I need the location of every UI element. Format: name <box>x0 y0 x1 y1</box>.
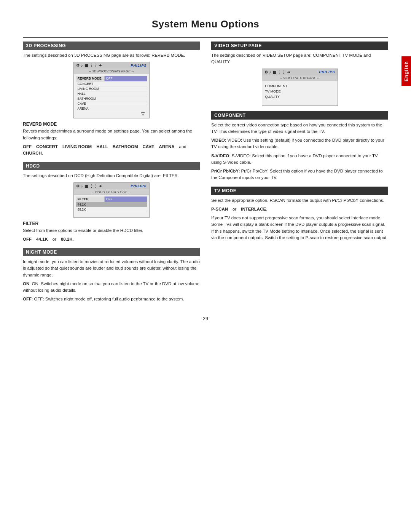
music-icon: ♪ <box>81 184 83 188</box>
filter-label: FILTER <box>76 197 105 202</box>
tv-mode-header: TV MODE <box>211 187 388 195</box>
scroll-arrow: ▽ <box>76 111 147 117</box>
3d-processing-screen: ⚙ ♪ ▦ ⋮⋮ ➜ PHILIPS -- 3D PROCESSING PAGE… <box>73 62 150 118</box>
video-setup-screen: ⚙ ♪ ▦ ⋮⋮ ➜ PHILIPS -- VIDEO SETUP PAGE -… <box>262 69 338 106</box>
hdcd-screen-title: -- HDCD SETUP PAGE -- <box>74 189 149 195</box>
video-philips-logo: PHILIPS <box>319 70 335 74</box>
reverb-mode-body: Reverb mode determines a surround mode o… <box>23 128 200 141</box>
video-setup-body: The settings described on VIDEO SETUP pa… <box>211 52 388 66</box>
grid-icon: ▦ <box>84 63 88 67</box>
gear-icon: ⚙ <box>76 63 80 67</box>
section-3d-processing: 3D PROCESSING The settings described on … <box>23 42 200 157</box>
gear-icon: ⚙ <box>264 70 268 74</box>
component-header: COMPONENT <box>211 111 388 120</box>
hdcd-body: The settings described on DCD (High Defi… <box>23 173 200 179</box>
music-icon: ♪ <box>81 63 83 67</box>
hdcd-philips-logo: PHILIPS <box>131 184 147 188</box>
filter-value: OFF <box>105 197 147 202</box>
list-item: BATHROOM <box>76 96 147 101</box>
night-mode-body1: In night mode, you can listen to movies … <box>23 259 200 278</box>
component-body3: S-VIDEO: S-VIDEO: Select this option if … <box>211 153 388 166</box>
english-tab: English <box>401 56 411 86</box>
video-item-quality: QUALITY <box>265 94 335 99</box>
component-body4: Pr/Cr Pb/CbY: Pr/Cr Pb/CbY: Select this … <box>211 168 388 181</box>
eq-icon: ⋮⋮ <box>278 70 285 74</box>
hdcd-header: HDCD <box>23 162 200 170</box>
arrow-icon: ➜ <box>287 70 290 74</box>
right-column: VIDEO SETUP PAGE The settings described … <box>211 42 388 308</box>
filter-sublabel: FILTER <box>23 221 200 226</box>
component-body2: VIDEO: VIDEO: Use this setting (default)… <box>211 137 388 150</box>
tv-mode-options: P-SCAN or INTERLACE. <box>211 206 388 212</box>
music-icon: ♪ <box>269 70 271 74</box>
list-item: CONCERT <box>76 81 147 86</box>
reverb-options: OFF CONCERT LIVING ROOM HALL BATHROOM CA… <box>23 144 200 157</box>
list-item: HALL <box>76 91 147 96</box>
eq-icon: ⋮⋮ <box>89 63 97 67</box>
video-screen-title: -- VIDEO SETUP PAGE -- <box>262 75 338 81</box>
list-item: CAVE <box>76 101 147 106</box>
reverb-label: REVERB MODE <box>76 76 105 81</box>
filter-row: FILTER OFF <box>76 197 147 202</box>
list-item: ARENA <box>76 106 147 111</box>
gear-icon: ⚙ <box>76 184 80 188</box>
page-title: System Menu Options <box>0 0 411 37</box>
section-component: COMPONENT Select the correct video conne… <box>211 111 388 181</box>
3d-processing-header: 3D PROCESSING <box>23 42 200 50</box>
filter-body: Select from these options to enable or d… <box>23 227 200 234</box>
reverb-value: OFF <box>105 76 147 81</box>
list-item: 44.1K <box>76 202 147 207</box>
night-mode-off: OFF: OFF: Switches night mode off, resto… <box>23 296 200 302</box>
section-tv-mode: TV MODE Select the appropriate option. P… <box>211 187 388 241</box>
video-setup-header: VIDEO SETUP PAGE <box>211 42 388 50</box>
filter-options: OFF 44.1K or 88.2K. <box>23 236 200 243</box>
reverb-mode-sublabel: REVERB MODE <box>23 121 200 127</box>
grid-icon: ▦ <box>273 70 276 74</box>
philips-logo: PHILIPS <box>131 64 147 67</box>
3d-screen-title: -- 3D PROCESSING PAGE -- <box>74 69 149 74</box>
arrow-icon: ➜ <box>99 63 102 67</box>
video-item-tvmode: TV MODE <box>265 89 335 94</box>
hdcd-screen: ⚙ ♪ ▦ ⋮⋮ ➜ PHILIPS -- HDCD SETUP PAGE --… <box>73 182 150 218</box>
section-hdcd: HDCD The settings described on DCD (High… <box>23 162 200 243</box>
grid-icon: ▦ <box>84 184 88 188</box>
video-item-component: COMPONENT <box>265 83 335 89</box>
list-item: LIVING ROOM <box>76 86 147 91</box>
page-number: 29 <box>0 316 411 329</box>
component-body1: Select the correct video connection type… <box>211 122 388 135</box>
section-night-mode: NIGHT MODE In night mode, you can listen… <box>23 248 200 303</box>
arrow-icon: ➜ <box>99 184 102 188</box>
tv-mode-body1: Select the appropriate option. P.SCAN fo… <box>211 197 388 204</box>
3d-processing-body: The settings described on 3D PROCESSING … <box>23 52 200 59</box>
video-screen-icons: ⚙ ♪ ▦ ⋮⋮ ➜ <box>264 70 290 74</box>
hdcd-screen-icons: ⚙ ♪ ▦ ⋮⋮ ➜ <box>76 184 102 188</box>
tv-mode-body3: If your TV does not support progressive … <box>211 215 388 241</box>
section-video-setup: VIDEO SETUP PAGE The settings described … <box>211 42 388 106</box>
screen-icons: ⚙ ♪ ▦ ⋮⋮ ➜ <box>76 63 102 67</box>
list-item: 88.2K <box>76 207 147 212</box>
left-column: 3D PROCESSING The settings described on … <box>23 42 200 308</box>
night-mode-on: ON: ON: Switches night mode on so that y… <box>23 281 200 294</box>
reverb-row: REVERB MODE OFF <box>76 76 147 81</box>
night-mode-header: NIGHT MODE <box>23 248 200 256</box>
eq-icon: ⋮⋮ <box>89 184 97 188</box>
